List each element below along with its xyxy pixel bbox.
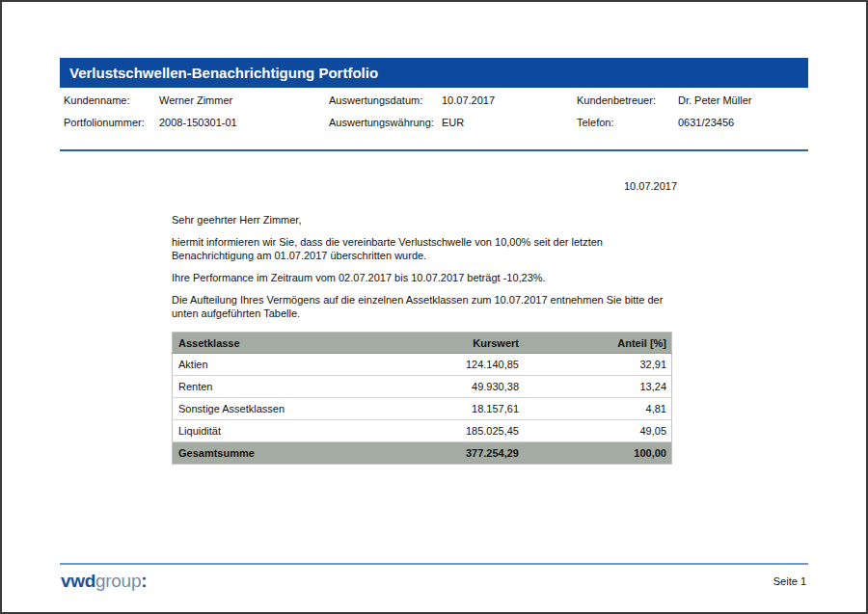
- kundenbetreuer-label: Kundenbetreuer:: [577, 94, 678, 106]
- logo-colon: :: [141, 571, 147, 591]
- footer-divider: [60, 563, 808, 565]
- cell-anteil: 49,05: [523, 420, 672, 442]
- paragraph-threshold: hiermit informieren wir Sie, dass die ve…: [172, 235, 680, 262]
- cell-kurswert: 49.930,38: [393, 376, 523, 398]
- cell-total-kurswert: 377.254,29: [393, 442, 523, 465]
- auswertungsdatum-value: 10.07.2017: [442, 94, 577, 106]
- logo-vwd: vwd: [61, 571, 95, 591]
- header-divider: [60, 149, 808, 151]
- telefon-value: 0631/23456: [678, 117, 808, 128]
- vwd-group-logo: vwdgroup:: [61, 571, 147, 592]
- cell-assetklasse: Renten: [173, 376, 394, 398]
- document-page: Verlustschwellen-Benachrichtigung Portfo…: [2, 2, 866, 612]
- column-header-kurswert: Kurswert: [393, 333, 523, 354]
- cell-kurswert: 18.157,61: [393, 398, 523, 420]
- kundenbetreuer-value: Dr. Peter Müller: [678, 94, 808, 106]
- cell-kurswert: 124.140,85: [393, 354, 523, 376]
- kundenname-label: Kundenname:: [64, 94, 159, 106]
- kundenname-value: Werner Zimmer: [159, 94, 329, 106]
- column-header-anteil: Anteil [%]: [523, 333, 672, 354]
- auswertungswaehrung-value: EUR: [442, 117, 577, 128]
- cell-assetklasse: Aktien: [173, 354, 394, 376]
- auswertungswaehrung-label: Auswertungswährung:: [329, 117, 442, 128]
- title-bar: Verlustschwellen-Benachrichtigung Portfo…: [60, 58, 808, 88]
- letter-body: Sehr geehrter Herr Zimmer, hiermit infor…: [172, 213, 680, 329]
- asset-allocation-table: Assetklasse Kurswert Anteil [%] Aktien 1…: [172, 332, 672, 465]
- cell-total-anteil: 100,00: [523, 442, 672, 465]
- cell-anteil: 32,91: [523, 354, 672, 376]
- document-title: Verlustschwellen-Benachrichtigung Portfo…: [69, 65, 378, 81]
- cell-assetklasse: Liquidität: [173, 420, 394, 442]
- column-header-assetklasse: Assetklasse: [173, 333, 394, 354]
- page-number: Seite 1: [773, 575, 806, 587]
- table-header-row: Assetklasse Kurswert Anteil [%]: [173, 333, 672, 354]
- portfolionummer-value: 2008-150301-01: [159, 117, 329, 128]
- table-row-gesamtsumme: Gesamtsumme 377.254,29 100,00: [173, 442, 672, 465]
- cell-total-label: Gesamtsumme: [173, 442, 394, 465]
- table-row-liquiditaet: Liquidität 185.025,45 49,05: [173, 420, 672, 442]
- portfolionummer-label: Portfolionummer:: [64, 117, 159, 128]
- logo-group: group: [95, 571, 141, 591]
- table-row-renten: Renten 49.930,38 13,24: [173, 376, 672, 398]
- info-row-2: Portfolionummer: 2008-150301-01 Auswertu…: [64, 111, 808, 133]
- paragraph-allocation: Die Aufteilung Ihres Vermögens auf die e…: [172, 293, 680, 320]
- telefon-label: Telefon:: [577, 117, 678, 128]
- customer-info-grid: Kundenname: Werner Zimmer Auswertungsdat…: [60, 89, 808, 133]
- cell-anteil: 13,24: [523, 376, 672, 398]
- paragraph-performance: Ihre Performance im Zeitraum vom 02.07.2…: [172, 271, 680, 284]
- table-row-sonstige: Sonstige Assetklassen 18.157,61 4,81: [173, 398, 672, 420]
- auswertungsdatum-label: Auswertungsdatum:: [329, 94, 442, 106]
- table-row-aktien: Aktien 124.140,85 32,91: [173, 354, 672, 376]
- cell-assetklasse: Sonstige Assetklassen: [173, 398, 394, 420]
- letter-date: 10.07.2017: [624, 180, 677, 192]
- info-row-1: Kundenname: Werner Zimmer Auswertungsdat…: [64, 89, 808, 111]
- salutation: Sehr geehrter Herr Zimmer,: [172, 213, 680, 227]
- cell-kurswert: 185.025,45: [393, 420, 523, 442]
- cell-anteil: 4,81: [523, 398, 672, 420]
